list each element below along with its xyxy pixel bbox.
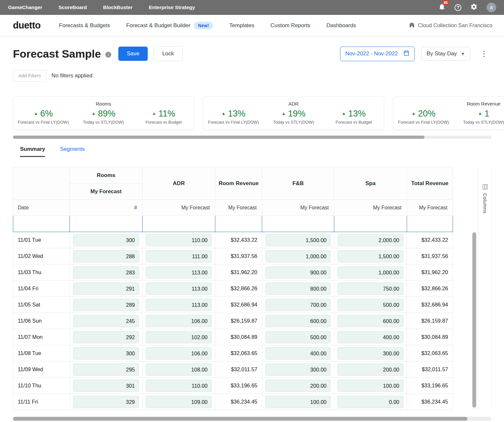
kpi-card-title: ADR [203, 101, 384, 106]
kpi-metric: ▲19% Today vs STLY(DOW) [263, 109, 324, 125]
fb-input[interactable]: 1,000.00 [265, 250, 331, 262]
column-header-fb-forecast: My Forecast [262, 200, 334, 216]
save-button[interactable]: Save [118, 47, 148, 61]
table-horizontal-scrollbar[interactable] [13, 417, 491, 421]
nav-item-templates[interactable]: Templates [221, 22, 262, 29]
rooms-input[interactable]: 289 [73, 299, 139, 311]
filter-status-text: No filters applied [51, 72, 92, 79]
rooms-input[interactable]: 329 [73, 396, 139, 408]
scrollbar-thumb[interactable] [13, 136, 424, 139]
group-header-total-revenue: Total Revenue [407, 167, 453, 200]
spa-input[interactable]: 400.00 [338, 331, 403, 343]
kpi-metric: ▲20% Forecast vs Final LY(DOW) [393, 109, 454, 125]
group-header-rooms: Rooms [70, 167, 143, 183]
fb-input[interactable]: 100.00 [265, 396, 331, 408]
property-selector[interactable]: Cloud Collection San Francisco [409, 22, 498, 29]
total-revenue-cell: $32,433.22 [407, 232, 453, 248]
adr-input[interactable]: 113.00 [146, 266, 212, 279]
spa-input[interactable]: 2,000.00 [338, 234, 403, 246]
duetto-logo[interactable]: duetto [13, 20, 41, 31]
table-row: 11/07 Mon292102.00$30,084.89500.00400.00… [13, 329, 453, 345]
scrollbar-thumb[interactable] [13, 417, 467, 421]
fb-input[interactable]: 200.00 [265, 380, 331, 392]
add-filters-button[interactable]: Add Filters [13, 70, 46, 82]
tab-segments[interactable]: Segments [60, 146, 85, 157]
topbar-item-enterprise-strategy[interactable]: Enterprise Strategy [141, 5, 203, 10]
help-button[interactable]: ? [455, 4, 461, 11]
adr-input[interactable]: 110.00 [146, 380, 212, 392]
rooms-input[interactable]: 288 [73, 250, 139, 262]
spa-input[interactable]: 600.00 [338, 315, 403, 327]
total-room-revenue-cell: $956,572.42 [215, 216, 262, 232]
up-arrow-icon: ▲ [34, 111, 38, 116]
rooms-input[interactable]: 291 [73, 283, 139, 295]
fb-input[interactable]: 300.00 [265, 363, 331, 376]
spa-input[interactable]: 1,500.00 [338, 250, 403, 262]
info-icon[interactable]: i [105, 52, 111, 58]
spa-input[interactable]: 300.00 [338, 347, 403, 360]
nav-item-forecasts-budgets[interactable]: Forecasts & Budgets [51, 22, 118, 29]
total-revenue-cell: $956,572.42 [407, 216, 453, 232]
adr-input[interactable]: 106.00 [146, 315, 212, 327]
fb-input[interactable]: 700.00 [265, 299, 331, 311]
fb-input[interactable]: 500.00 [265, 331, 331, 343]
adr-input[interactable]: 102.00 [146, 331, 212, 343]
date-range-picker[interactable]: Nov-2022 - Nov-2022 [340, 47, 415, 61]
rooms-input[interactable]: 292 [73, 331, 139, 343]
fb-input[interactable]: 900.00 [265, 266, 331, 279]
view-by-dropdown[interactable]: By Stay Day ▼ [421, 47, 470, 61]
spa-input[interactable]: 500.00 [338, 299, 403, 311]
adr-input[interactable]: 113.00 [146, 283, 212, 295]
topbar-item-scoreboard[interactable]: ScoreBoard [50, 5, 95, 10]
adr-input[interactable]: 111.00 [146, 250, 212, 262]
user-avatar[interactable]: a [487, 3, 496, 12]
group-header-room-revenue: Room Revenue [215, 167, 262, 200]
more-options-button[interactable]: ⋮ [477, 49, 491, 59]
fb-input[interactable]: 800.00 [265, 283, 331, 295]
settings-button[interactable] [470, 3, 477, 12]
rooms-input[interactable]: 283 [73, 266, 139, 279]
up-arrow-icon: ▲ [342, 111, 346, 116]
spa-input[interactable]: 100.00 [338, 380, 403, 392]
lock-button[interactable]: Lock [154, 46, 183, 61]
room-revenue-cell: $32,686.94 [215, 297, 262, 313]
adr-input[interactable]: 108.00 [146, 363, 212, 376]
rooms-input[interactable]: 300 [73, 234, 139, 246]
scrollbar-thumb[interactable] [472, 232, 476, 407]
topbar-item-blockbuster[interactable]: BlockBuster [95, 5, 141, 10]
nav-item-custom-reports[interactable]: Custom Reports [263, 22, 318, 29]
nav-item-forecast-budget-builder[interactable]: Forecast & Budget Builder New! [118, 22, 221, 29]
spa-input[interactable]: 750.00 [338, 283, 403, 295]
rooms-input[interactable]: 301 [73, 380, 139, 392]
spa-input[interactable]: 200.00 [338, 363, 403, 376]
vertical-scrollbar[interactable] [472, 232, 476, 409]
rooms-input[interactable]: 300 [73, 347, 139, 360]
calendar-icon [403, 50, 410, 58]
table-gap [453, 167, 478, 410]
nav-item-dashboards[interactable]: Dashboards [318, 22, 364, 29]
columns-grid-icon [483, 184, 488, 191]
rooms-input[interactable]: 295 [73, 363, 139, 376]
columns-panel-toggle[interactable]: Columns [478, 167, 492, 410]
adr-input[interactable]: 106.00 [146, 347, 212, 360]
adr-input[interactable]: 110.00 [146, 234, 212, 246]
kpi-horizontal-scrollbar[interactable] [13, 136, 491, 139]
date-cell: 11/04 Fri [13, 281, 70, 297]
rooms-input[interactable]: 245 [73, 315, 139, 327]
room-revenue-cell: $32,433.22 [215, 232, 262, 248]
spa-input[interactable]: 0.00 [338, 396, 403, 408]
fb-input[interactable]: 600.00 [265, 315, 331, 327]
fb-input[interactable]: 1,500.00 [265, 234, 331, 246]
spa-input[interactable]: 1,000.00 [338, 266, 403, 279]
topbar-item-gamechanger[interactable]: GameChanger [0, 5, 50, 10]
adr-input[interactable]: 113.00 [146, 299, 212, 311]
help-icon: ? [455, 4, 461, 11]
column-header-room-revenue-forecast: My Forecast [215, 200, 262, 216]
adr-input[interactable]: 109.00 [146, 396, 212, 408]
fb-input[interactable]: 400.00 [265, 347, 331, 360]
tab-summary[interactable]: Summary [20, 146, 45, 157]
room-revenue-cell: $32,011.57 [215, 361, 262, 378]
notifications-button[interactable]: 85 [438, 3, 445, 12]
nav-item-label: Forecast & Budget Builder [126, 22, 190, 29]
room-revenue-cell: $36,234.45 [215, 394, 262, 410]
